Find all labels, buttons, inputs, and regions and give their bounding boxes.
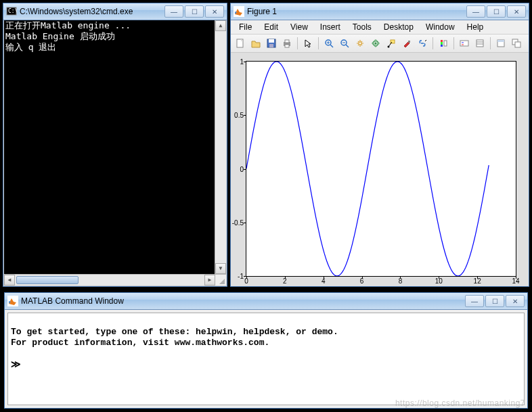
insert-icon[interactable] bbox=[472, 36, 487, 51]
menu-file[interactable]: File bbox=[234, 21, 257, 33]
menu-help[interactable]: Help bbox=[462, 21, 489, 33]
dock-icon[interactable] bbox=[509, 36, 524, 51]
y-tick-mark bbox=[244, 115, 246, 116]
y-tick-mark bbox=[244, 62, 246, 62]
datacursor-icon[interactable] bbox=[384, 36, 399, 51]
chart-line bbox=[246, 62, 516, 276]
brush-icon[interactable] bbox=[399, 36, 414, 51]
menu-edit[interactable]: Edit bbox=[259, 21, 284, 33]
zoom-out-icon[interactable] bbox=[337, 36, 352, 51]
rotate3d-icon[interactable] bbox=[368, 36, 383, 51]
cmd-window-buttons: — ☐ ✕ bbox=[164, 5, 224, 18]
svg-rect-27 bbox=[441, 45, 443, 47]
svg-rect-32 bbox=[476, 40, 483, 47]
minimize-button[interactable]: — bbox=[164, 5, 183, 18]
cmd-console[interactable]: 正在打开Matlab engine ...Matlab Engine 启动成功输… bbox=[3, 20, 227, 286]
figure-titlebar[interactable]: Figure 1 — ☐ ✕ bbox=[231, 3, 529, 20]
open-icon[interactable] bbox=[248, 36, 263, 51]
maximize-button[interactable]: ☐ bbox=[185, 5, 204, 18]
svg-rect-36 bbox=[497, 40, 504, 42]
y-tick-mark bbox=[244, 223, 246, 223]
cmd-scrollbar-vertical[interactable]: ▲ ▼ bbox=[215, 20, 226, 274]
cmd-window: C:\ C:\Windows\system32\cmd.exe — ☐ ✕ 正在… bbox=[3, 3, 227, 287]
figure-menubar: FileEditViewInsertToolsDesktopWindowHelp bbox=[231, 20, 529, 35]
svg-rect-28 bbox=[444, 41, 447, 46]
cmd-line: 正在打开Matlab engine ... bbox=[5, 20, 213, 31]
resize-grip[interactable] bbox=[215, 275, 226, 285]
menu-insert[interactable]: Insert bbox=[315, 21, 346, 33]
hide-tools-icon[interactable] bbox=[493, 36, 508, 51]
matlab-command-window: MATLAB Command Window — ☐ ✕ To get start… bbox=[4, 292, 528, 409]
svg-point-17 bbox=[359, 42, 361, 45]
svg-rect-29 bbox=[460, 41, 468, 46]
x-tick-mark bbox=[516, 276, 516, 279]
svg-rect-6 bbox=[269, 44, 273, 47]
x-tick-mark bbox=[246, 276, 247, 279]
print-icon[interactable] bbox=[280, 36, 294, 51]
cmd-icon: C:\ bbox=[6, 6, 17, 17]
cmd-scrollbar-horizontal[interactable]: ◀ ▶ bbox=[4, 274, 226, 285]
scroll-right-button[interactable]: ▶ bbox=[204, 275, 215, 285]
cmd-title: C:\Windows\system32\cmd.exe bbox=[20, 7, 162, 16]
toolbar-separator bbox=[433, 37, 433, 49]
close-button[interactable]: ✕ bbox=[507, 5, 526, 18]
svg-rect-38 bbox=[515, 42, 520, 47]
svg-rect-26 bbox=[441, 42, 443, 45]
x-tick-mark bbox=[324, 276, 324, 279]
cmd-line: Matlab Engine 启动成功 bbox=[5, 31, 213, 42]
matlab-cmd-line: For product information, visit www.mathw… bbox=[11, 338, 269, 348]
scroll-up-button[interactable]: ▲ bbox=[215, 20, 226, 31]
svg-point-23 bbox=[388, 46, 390, 48]
chart-axes[interactable]: -1 -0.5 0 0.5 1 0 2 4 6 8 10 12 14 bbox=[246, 61, 516, 277]
svg-rect-5 bbox=[269, 39, 274, 43]
scroll-thumb[interactable] bbox=[16, 276, 79, 284]
figure-toolbar bbox=[231, 35, 529, 53]
toolbar-separator bbox=[297, 37, 298, 49]
scroll-left-button[interactable]: ◀ bbox=[4, 275, 15, 285]
y-tick-label: 0.5 bbox=[234, 112, 244, 119]
colorbar-icon[interactable] bbox=[436, 36, 451, 51]
cmd-titlebar[interactable]: C:\ C:\Windows\system32\cmd.exe — ☐ ✕ bbox=[3, 3, 227, 20]
matlab-icon bbox=[234, 6, 244, 17]
menu-desktop[interactable]: Desktop bbox=[378, 21, 419, 33]
matlab-cmd-body[interactable]: To get started, type one of these: helpw… bbox=[7, 313, 525, 405]
maximize-button[interactable]: ☐ bbox=[487, 5, 506, 18]
menu-window[interactable]: Window bbox=[420, 21, 460, 33]
pan-icon[interactable] bbox=[353, 36, 368, 51]
y-tick-mark bbox=[244, 169, 246, 170]
y-tick-label: -0.5 bbox=[232, 219, 244, 226]
close-button[interactable]: ✕ bbox=[205, 5, 224, 18]
minimize-button[interactable]: — bbox=[466, 5, 485, 18]
maximize-button[interactable]: ☐ bbox=[485, 295, 504, 307]
svg-point-20 bbox=[375, 43, 377, 45]
link-icon[interactable] bbox=[415, 36, 430, 51]
cmd-line: 输入 q 退出 bbox=[5, 42, 213, 53]
new-icon[interactable] bbox=[233, 36, 248, 51]
matlab-prompt: ≫ bbox=[11, 359, 21, 370]
svg-line-11 bbox=[330, 45, 333, 47]
x-tick-mark bbox=[285, 276, 286, 279]
zoom-in-icon[interactable] bbox=[322, 36, 336, 51]
y-tick-label: -1 bbox=[238, 273, 244, 280]
menu-tools[interactable]: Tools bbox=[347, 21, 377, 33]
svg-rect-8 bbox=[285, 40, 289, 43]
figure-canvas-area: -1 -0.5 0 0.5 1 0 2 4 6 8 10 12 14 bbox=[231, 53, 529, 286]
pointer-icon[interactable] bbox=[301, 36, 315, 51]
toolbar-separator bbox=[490, 37, 491, 49]
svg-text:C:\: C:\ bbox=[8, 8, 17, 14]
x-tick-mark bbox=[400, 276, 401, 279]
toolbar-separator bbox=[318, 37, 319, 49]
save-icon[interactable] bbox=[264, 36, 279, 51]
toolbar-separator bbox=[453, 37, 454, 49]
x-tick-mark bbox=[439, 276, 439, 279]
legend-icon[interactable] bbox=[457, 36, 472, 51]
figure-title: Figure 1 bbox=[247, 7, 464, 16]
menu-view[interactable]: View bbox=[285, 21, 313, 33]
svg-line-15 bbox=[346, 45, 349, 47]
minimize-button[interactable]: — bbox=[465, 295, 484, 307]
matlab-cmd-title: MATLAB Command Window bbox=[21, 296, 462, 306]
matlab-cmd-titlebar[interactable]: MATLAB Command Window — ☐ ✕ bbox=[5, 293, 527, 310]
close-button[interactable]: ✕ bbox=[506, 295, 525, 307]
scroll-down-button[interactable]: ▼ bbox=[215, 263, 226, 274]
svg-rect-9 bbox=[285, 45, 289, 47]
